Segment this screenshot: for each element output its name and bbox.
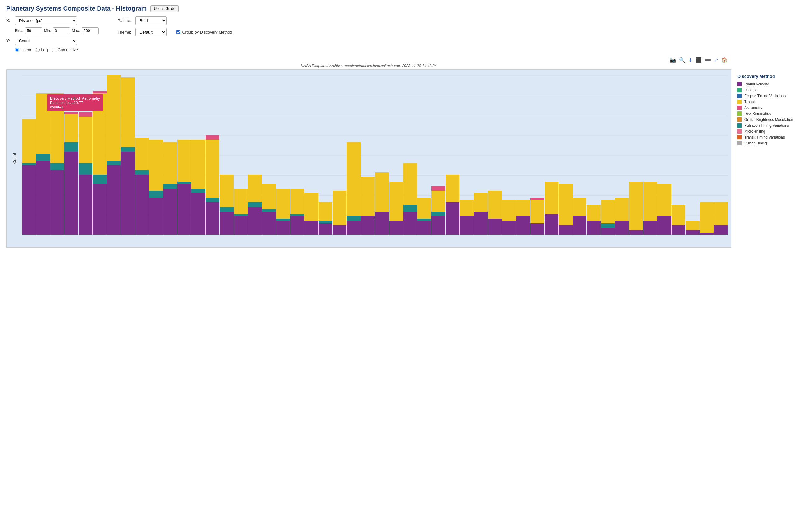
max-label: Max:: [72, 29, 80, 33]
zoom-box-button[interactable]: ⬛: [695, 56, 702, 64]
min-input[interactable]: [53, 27, 70, 34]
legend-items: Radial VelocityImagingEclipse Timing Var…: [738, 82, 806, 145]
bar-group[interactable]: [291, 73, 304, 235]
legend-item: Pulsation Timing Variations: [738, 123, 806, 128]
bar-group[interactable]: [474, 73, 488, 235]
bar-group[interactable]: [558, 73, 572, 235]
bar-group[interactable]: [262, 73, 276, 235]
autoscale-button[interactable]: ⤢: [713, 56, 719, 64]
bar-group[interactable]: [544, 73, 558, 235]
y-select[interactable]: Count: [15, 37, 77, 45]
bar-group[interactable]: [234, 73, 248, 235]
linear-radio-label[interactable]: Linear: [15, 47, 31, 52]
users-guide-button[interactable]: User's Guide: [150, 5, 179, 12]
bar-group[interactable]: [432, 73, 445, 235]
bar-group[interactable]: [206, 73, 219, 235]
zoom-in-button[interactable]: 🔍: [678, 56, 686, 64]
bar-group[interactable]: [304, 73, 318, 235]
bar-group[interactable]: [149, 73, 163, 235]
bar-group[interactable]: [700, 73, 713, 235]
title-row: Planetary Systems Composite Data - Histo…: [6, 5, 806, 12]
zoom-out-button[interactable]: ➖: [704, 56, 712, 64]
bar-group[interactable]: [389, 73, 403, 235]
max-input[interactable]: [82, 27, 99, 34]
x-select[interactable]: Distance [pc]: [15, 16, 77, 25]
theme-label: Theme:: [118, 30, 131, 34]
legend-swatch: [738, 129, 742, 134]
log-radio-label[interactable]: Log: [36, 47, 48, 52]
page-container: Planetary Systems Composite Data - Histo…: [0, 0, 812, 252]
bar-group[interactable]: [220, 73, 233, 235]
legend-label: Imaging: [744, 88, 758, 92]
bar-group[interactable]: [36, 73, 50, 235]
bar-group[interactable]: [121, 73, 135, 235]
bar-group[interactable]: [573, 73, 587, 235]
bar-group[interactable]: [93, 73, 106, 235]
bar-group[interactable]: [657, 73, 671, 235]
bar-group[interactable]: [78, 73, 92, 235]
legend-swatch: [738, 117, 742, 122]
bar-group[interactable]: [319, 73, 332, 235]
bar-group[interactable]: [418, 73, 431, 235]
bar-group[interactable]: [530, 73, 544, 235]
cumulative-checkbox-label[interactable]: Cumulative: [52, 47, 78, 52]
bar-group[interactable]: [248, 73, 262, 235]
legend-label: Microlensing: [744, 129, 765, 134]
bar-group[interactable]: [163, 73, 177, 235]
bar-group[interactable]: [643, 73, 657, 235]
legend-swatch: [738, 141, 742, 145]
legend-label: Astrometry: [744, 106, 762, 110]
bar-group[interactable]: [460, 73, 473, 235]
bar-group[interactable]: [601, 73, 615, 235]
bar-group[interactable]: [502, 73, 516, 235]
home-button[interactable]: 🏠: [721, 56, 728, 64]
theme-select[interactable]: Default: [135, 28, 166, 36]
log-radio[interactable]: [36, 48, 40, 52]
bar-group[interactable]: [446, 73, 459, 235]
bar-group[interactable]: [191, 73, 205, 235]
min-label: Min:: [44, 29, 51, 33]
legend-item: Astrometry: [738, 106, 806, 110]
chart-container: 📷 🔍 ✛ ⬛ ➖ ⤢ 🏠 NASA Exoplanet Archive, ex…: [6, 55, 806, 247]
palette-select[interactable]: Bold: [135, 16, 166, 25]
legend-item: Transit: [738, 100, 806, 104]
group-by-label[interactable]: Group by Discovery Method: [176, 30, 232, 34]
group-by-checkbox[interactable]: [176, 30, 180, 34]
bar-group[interactable]: [685, 73, 699, 235]
bar-group[interactable]: [672, 73, 685, 235]
bar-group[interactable]: [615, 73, 629, 235]
bar-group[interactable]: [333, 73, 346, 235]
bins-input[interactable]: [25, 27, 42, 34]
bar-group[interactable]: [375, 73, 388, 235]
pan-button[interactable]: ✛: [688, 56, 693, 64]
bar-group[interactable]: [403, 73, 417, 235]
camera-button[interactable]: 📷: [669, 56, 677, 64]
legend-label: Pulsation Timing Variations: [744, 123, 789, 128]
legend-swatch: [738, 135, 742, 140]
bar-group[interactable]: [347, 73, 360, 235]
bar-group[interactable]: [22, 73, 36, 235]
legend-label: Radial Velocity: [744, 82, 769, 87]
bar-group[interactable]: [50, 73, 64, 235]
chart-area: 📷 🔍 ✛ ⬛ ➖ ⤢ 🏠 NASA Exoplanet Archive, ex…: [6, 55, 731, 247]
legend-label: Pulsar Timing: [744, 141, 767, 145]
bar-group[interactable]: [361, 73, 375, 235]
bar-group[interactable]: [107, 73, 121, 235]
bar-group[interactable]: [587, 73, 601, 235]
bar-group[interactable]: [276, 73, 290, 235]
bar-group[interactable]: [135, 73, 149, 235]
legend-item: Microlensing: [738, 129, 806, 134]
bar-group[interactable]: [488, 73, 502, 235]
linear-radio[interactable]: [15, 48, 19, 52]
legend-item: Pulsar Timing: [738, 141, 806, 145]
bar-group[interactable]: [516, 73, 530, 235]
cumulative-checkbox[interactable]: [52, 48, 56, 52]
bar-group[interactable]: [64, 73, 78, 235]
bar-group[interactable]: [177, 73, 191, 235]
legend-label: Eclipse Timing Variations: [744, 94, 786, 98]
bar-group[interactable]: [714, 73, 727, 235]
legend-item: Transit Timing Variations: [738, 135, 806, 140]
legend-swatch: [738, 88, 742, 92]
bins-label: Bins:: [15, 29, 23, 33]
bar-group[interactable]: [629, 73, 643, 235]
